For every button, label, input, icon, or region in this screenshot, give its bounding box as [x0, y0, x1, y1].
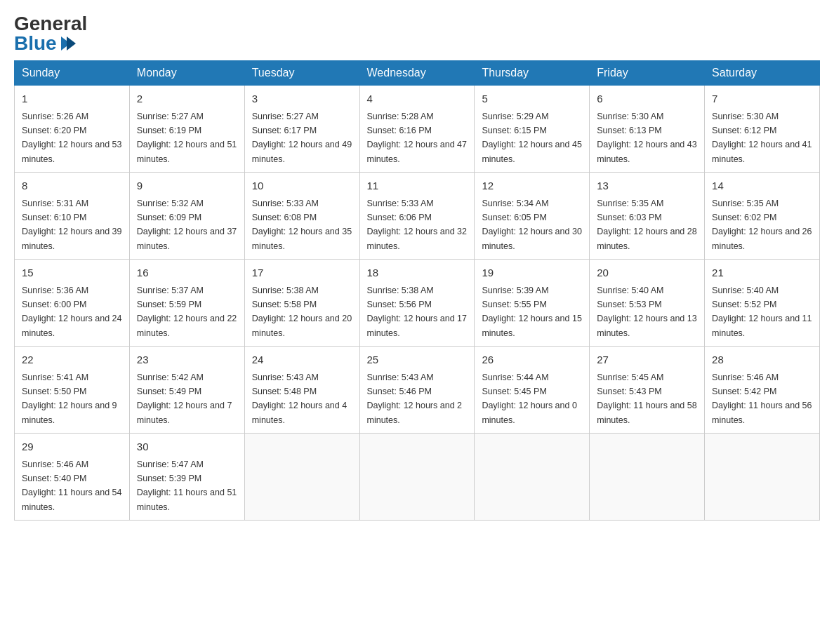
- calendar-cell: 17Sunrise: 5:38 AMSunset: 5:58 PMDayligh…: [244, 260, 359, 347]
- day-info: Sunrise: 5:33 AMSunset: 6:06 PMDaylight:…: [367, 199, 467, 251]
- weekday-header-row: SundayMondayTuesdayWednesdayThursdayFrid…: [15, 61, 820, 86]
- day-info: Sunrise: 5:35 AMSunset: 6:02 PMDaylight:…: [712, 199, 812, 251]
- calendar-week-row: 29Sunrise: 5:46 AMSunset: 5:40 PMDayligh…: [15, 434, 820, 521]
- day-number: 15: [22, 265, 122, 281]
- day-info: Sunrise: 5:32 AMSunset: 6:09 PMDaylight:…: [137, 199, 237, 251]
- day-info: Sunrise: 5:47 AMSunset: 5:39 PMDaylight:…: [137, 459, 237, 512]
- day-info: Sunrise: 5:40 AMSunset: 5:52 PMDaylight:…: [712, 286, 812, 338]
- day-info: Sunrise: 5:27 AMSunset: 6:19 PMDaylight:…: [137, 112, 237, 164]
- day-info: Sunrise: 5:36 AMSunset: 6:00 PMDaylight:…: [22, 286, 121, 338]
- day-number: 10: [252, 178, 352, 194]
- day-info: Sunrise: 5:43 AMSunset: 5:48 PMDaylight:…: [252, 373, 348, 425]
- day-info: Sunrise: 5:30 AMSunset: 6:12 PMDaylight:…: [712, 112, 812, 164]
- day-info: Sunrise: 5:35 AMSunset: 6:03 PMDaylight:…: [597, 199, 696, 251]
- day-number: 25: [367, 352, 468, 368]
- weekday-header-sunday: Sunday: [15, 61, 130, 86]
- day-number: 9: [137, 178, 237, 194]
- day-number: 17: [252, 265, 352, 281]
- calendar-cell: 14Sunrise: 5:35 AMSunset: 6:02 PMDayligh…: [705, 173, 820, 260]
- day-number: 2: [137, 91, 237, 107]
- day-number: 6: [597, 91, 697, 107]
- calendar-cell: [475, 434, 590, 521]
- calendar-cell: 4Sunrise: 5:28 AMSunset: 6:16 PMDaylight…: [359, 86, 475, 173]
- logo-general-text: General: [14, 14, 87, 34]
- calendar-week-row: 8Sunrise: 5:31 AMSunset: 6:10 PMDaylight…: [15, 173, 820, 260]
- calendar-cell: 12Sunrise: 5:34 AMSunset: 6:05 PMDayligh…: [475, 173, 590, 260]
- calendar-cell: 22Sunrise: 5:41 AMSunset: 5:50 PMDayligh…: [15, 347, 130, 434]
- day-number: 27: [597, 352, 697, 368]
- page-header: General Blue: [14, 14, 820, 53]
- calendar-cell: 27Sunrise: 5:45 AMSunset: 5:43 PMDayligh…: [590, 347, 705, 434]
- day-info: Sunrise: 5:26 AMSunset: 6:20 PMDaylight:…: [22, 112, 121, 164]
- calendar-cell: 5Sunrise: 5:29 AMSunset: 6:15 PMDaylight…: [475, 86, 590, 173]
- day-info: Sunrise: 5:38 AMSunset: 5:56 PMDaylight:…: [367, 286, 467, 338]
- day-number: 18: [367, 265, 468, 281]
- calendar-cell: 21Sunrise: 5:40 AMSunset: 5:52 PMDayligh…: [705, 260, 820, 347]
- calendar-cell: 6Sunrise: 5:30 AMSunset: 6:13 PMDaylight…: [590, 86, 705, 173]
- day-info: Sunrise: 5:33 AMSunset: 6:08 PMDaylight:…: [252, 199, 352, 251]
- calendar-cell: 18Sunrise: 5:38 AMSunset: 5:56 PMDayligh…: [359, 260, 475, 347]
- day-info: Sunrise: 5:34 AMSunset: 6:05 PMDaylight:…: [482, 199, 581, 251]
- calendar-cell: 9Sunrise: 5:32 AMSunset: 6:09 PMDaylight…: [129, 173, 244, 260]
- day-info: Sunrise: 5:42 AMSunset: 5:49 PMDaylight:…: [137, 373, 232, 425]
- weekday-header-monday: Monday: [129, 61, 244, 86]
- calendar-cell: 3Sunrise: 5:27 AMSunset: 6:17 PMDaylight…: [244, 86, 359, 173]
- calendar-cell: 25Sunrise: 5:43 AMSunset: 5:46 PMDayligh…: [359, 347, 475, 434]
- day-number: 13: [597, 178, 697, 194]
- day-number: 24: [252, 352, 352, 368]
- calendar-cell: 19Sunrise: 5:39 AMSunset: 5:55 PMDayligh…: [475, 260, 590, 347]
- weekday-header-tuesday: Tuesday: [244, 61, 359, 86]
- calendar-cell: 10Sunrise: 5:33 AMSunset: 6:08 PMDayligh…: [244, 173, 359, 260]
- day-info: Sunrise: 5:28 AMSunset: 6:16 PMDaylight:…: [367, 112, 467, 164]
- calendar-cell: [590, 434, 705, 521]
- calendar-cell: 26Sunrise: 5:44 AMSunset: 5:45 PMDayligh…: [475, 347, 590, 434]
- weekday-header-wednesday: Wednesday: [359, 61, 475, 86]
- day-info: Sunrise: 5:43 AMSunset: 5:46 PMDaylight:…: [367, 373, 463, 425]
- calendar-cell: 15Sunrise: 5:36 AMSunset: 6:00 PMDayligh…: [15, 260, 130, 347]
- day-info: Sunrise: 5:29 AMSunset: 6:15 PMDaylight:…: [482, 112, 581, 164]
- day-number: 22: [22, 352, 122, 368]
- calendar-cell: 2Sunrise: 5:27 AMSunset: 6:19 PMDaylight…: [129, 86, 244, 173]
- day-number: 16: [137, 265, 237, 281]
- day-info: Sunrise: 5:39 AMSunset: 5:55 PMDaylight:…: [482, 286, 581, 338]
- day-number: 7: [712, 91, 812, 107]
- day-number: 4: [367, 91, 468, 107]
- day-info: Sunrise: 5:30 AMSunset: 6:13 PMDaylight:…: [597, 112, 696, 164]
- day-number: 23: [137, 352, 237, 368]
- calendar-cell: [359, 434, 475, 521]
- day-number: 21: [712, 265, 812, 281]
- logo-blue-text: Blue: [14, 34, 76, 53]
- calendar-cell: 20Sunrise: 5:40 AMSunset: 5:53 PMDayligh…: [590, 260, 705, 347]
- weekday-header-saturday: Saturday: [705, 61, 820, 86]
- calendar-cell: 28Sunrise: 5:46 AMSunset: 5:42 PMDayligh…: [705, 347, 820, 434]
- day-info: Sunrise: 5:41 AMSunset: 5:50 PMDaylight:…: [22, 373, 117, 425]
- day-info: Sunrise: 5:44 AMSunset: 5:45 PMDaylight:…: [482, 373, 577, 425]
- day-info: Sunrise: 5:40 AMSunset: 5:53 PMDaylight:…: [597, 286, 696, 338]
- calendar-cell: 13Sunrise: 5:35 AMSunset: 6:03 PMDayligh…: [590, 173, 705, 260]
- day-number: 19: [482, 265, 582, 281]
- calendar-cell: 8Sunrise: 5:31 AMSunset: 6:10 PMDaylight…: [15, 173, 130, 260]
- day-number: 5: [482, 91, 582, 107]
- calendar-cell: 30Sunrise: 5:47 AMSunset: 5:39 PMDayligh…: [129, 434, 244, 521]
- day-number: 26: [482, 352, 582, 368]
- calendar-cell: 11Sunrise: 5:33 AMSunset: 6:06 PMDayligh…: [359, 173, 475, 260]
- day-number: 1: [22, 91, 122, 107]
- calendar-cell: 29Sunrise: 5:46 AMSunset: 5:40 PMDayligh…: [15, 434, 130, 521]
- calendar-cell: 24Sunrise: 5:43 AMSunset: 5:48 PMDayligh…: [244, 347, 359, 434]
- weekday-header-thursday: Thursday: [475, 61, 590, 86]
- calendar-week-row: 22Sunrise: 5:41 AMSunset: 5:50 PMDayligh…: [15, 347, 820, 434]
- day-info: Sunrise: 5:27 AMSunset: 6:17 PMDaylight:…: [252, 112, 352, 164]
- logo: General Blue: [14, 14, 87, 53]
- calendar-week-row: 15Sunrise: 5:36 AMSunset: 6:00 PMDayligh…: [15, 260, 820, 347]
- day-number: 3: [252, 91, 352, 107]
- day-info: Sunrise: 5:45 AMSunset: 5:43 PMDaylight:…: [597, 373, 696, 425]
- day-number: 20: [597, 265, 697, 281]
- calendar-cell: [244, 434, 359, 521]
- weekday-header-friday: Friday: [590, 61, 705, 86]
- day-number: 14: [712, 178, 812, 194]
- day-number: 8: [22, 178, 122, 194]
- calendar-cell: 16Sunrise: 5:37 AMSunset: 5:59 PMDayligh…: [129, 260, 244, 347]
- day-info: Sunrise: 5:46 AMSunset: 5:42 PMDaylight:…: [712, 373, 812, 425]
- day-number: 29: [22, 439, 122, 455]
- day-number: 12: [482, 178, 582, 194]
